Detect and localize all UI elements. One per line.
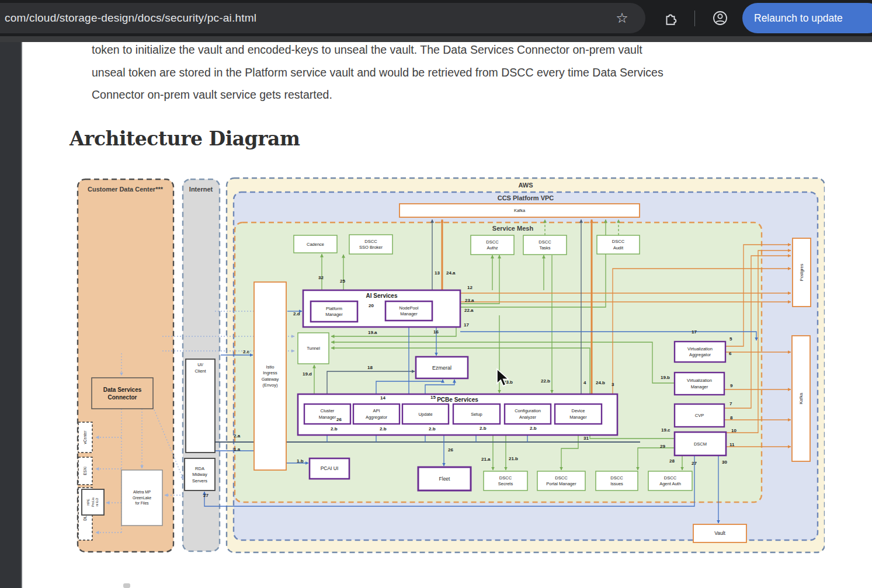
- edge-label: 4: [583, 380, 586, 385]
- container-label-aws: AWS: [518, 182, 533, 189]
- edge-label: 26: [336, 417, 342, 422]
- edge-label: 10: [731, 428, 736, 433]
- edge-label: 7: [729, 401, 732, 406]
- node-label-kafka-top: Kafka: [514, 208, 526, 213]
- node-label-platform-manager: PlatformManager: [325, 306, 343, 318]
- edge-label: 18: [367, 365, 373, 370]
- edge-label: 14: [380, 395, 385, 401]
- edge-label: 21.a: [481, 457, 491, 462]
- edge-label: 1.b: [297, 458, 304, 464]
- mouse-cursor: [495, 368, 513, 388]
- node-label-dscm: DSCM: [694, 441, 707, 447]
- edge-label: 28: [669, 458, 675, 464]
- page-title: Architecture Diagram: [70, 127, 300, 150]
- edge-label: 2.b: [331, 426, 338, 432]
- edge-label: 8: [730, 415, 733, 420]
- edge-label: 13: [435, 270, 440, 276]
- edge-label: 2.d: [293, 311, 300, 316]
- node-label-cadence: Cadence: [307, 242, 324, 247]
- browser-window: com/cloud/storage-design/docs/security/p…: [0, 0, 872, 588]
- node-label-fleet: Fleet: [439, 476, 451, 482]
- edge-label: 30: [722, 460, 727, 465]
- edge-label: 27: [203, 493, 209, 498]
- edge-label: 19.a: [368, 330, 377, 335]
- edge-label: 32: [318, 275, 324, 280]
- edge-label: 19.b: [661, 375, 670, 380]
- edge-label: 27: [692, 461, 697, 466]
- node-label-setup: Setup: [471, 412, 482, 417]
- paragraph-line-1: token to initialize the vault and encode…: [92, 39, 842, 61]
- node-label-vault: Vault: [714, 530, 725, 536]
- node-title-pcbe-services: PCBe Services: [437, 396, 478, 403]
- node-label-virtualization-aggregator: VirtualizationAggregator: [687, 346, 713, 358]
- edge-label: 29: [660, 444, 665, 449]
- node-label-ezmeral: Ezmeral: [432, 365, 451, 371]
- edge-label: 15: [430, 395, 436, 400]
- next-section-fragment: [123, 583, 130, 588]
- edge-label: 22.a: [464, 308, 474, 313]
- edge-label: 2.b: [429, 426, 436, 432]
- paragraph-line-3: Connector on-prem vault service gets res…: [92, 83, 842, 106]
- edge-label: 17: [692, 329, 697, 335]
- node-label-dscc-authz: DSCCAuthz: [486, 239, 499, 251]
- container-label-ccs-platform-vpc: CCS Platform VPC: [498, 194, 554, 201]
- body-paragraph: token to initialize the vault and encode…: [92, 39, 842, 106]
- edge-label: 24.b: [596, 380, 605, 385]
- edge-label: 20: [369, 303, 374, 308]
- node-label-device-manager: DeviceManager: [569, 408, 587, 420]
- window-left-edge: [0, 42, 22, 588]
- node-label-pcai-ui: PCAI UI: [321, 465, 339, 471]
- node-label-update: Update: [418, 412, 432, 417]
- profile-icon[interactable]: [706, 0, 734, 36]
- node-label-dscc-audit: DSCCAudit: [612, 239, 625, 250]
- edge-label: 2.b: [530, 426, 537, 431]
- edge-label: 2.a: [234, 433, 241, 439]
- edge-label: 5: [729, 336, 732, 342]
- url-text: com/cloud/storage-design/docs/security/p…: [5, 12, 256, 25]
- browser-toolbar: com/cloud/storage-design/docs/security/p…: [0, 0, 872, 36]
- node-label-postgres: Postgres: [799, 263, 804, 281]
- node-label-cvp: CVP: [695, 413, 704, 418]
- toolbar-separator: [694, 11, 695, 26]
- edge-label: 19.c: [661, 427, 670, 433]
- edge-label: 24.a: [446, 270, 456, 276]
- edge-label: 22.b: [541, 378, 550, 384]
- node-label-esxi: ESXi: [83, 467, 87, 475]
- node-label-vcenter: vCenter: [83, 430, 87, 444]
- node-label-dscc-tasks: DSCCTasks: [539, 239, 551, 251]
- paragraph-line-2: unseal token are stored in the Platform …: [92, 61, 842, 84]
- edge-label: 17: [464, 322, 469, 328]
- node-label-dscc-issues: DSCCIssues: [610, 475, 623, 487]
- node-label-dscc-secrets: DSCCSecrets: [498, 475, 513, 487]
- edge-label: 19.d: [303, 371, 312, 377]
- node-label-tunnel: Tunnel: [307, 346, 320, 351]
- relaunch-to-update-button[interactable]: Relaunch to update: [742, 3, 872, 33]
- edge-label: 2.b: [380, 426, 387, 432]
- edge-label: 9: [730, 383, 733, 388]
- extensions-icon[interactable]: [656, 0, 685, 36]
- edge-label: 2.b: [480, 426, 487, 431]
- node-data-services-connector: [92, 378, 153, 409]
- edge-label: 6: [729, 351, 732, 356]
- container-label-service-mesh: Service Mesh: [492, 225, 534, 232]
- node-label-cluster-manager: ClusterManager: [319, 408, 336, 420]
- edge-label: 16: [433, 329, 439, 335]
- edge-label: 23.a: [465, 298, 474, 303]
- edge-label: 3: [612, 382, 614, 387]
- node-label-kafka-right: Kafka: [798, 392, 804, 404]
- container-label-customer-dc: Customer Data Center***: [88, 186, 164, 193]
- container-label-internet: Internet: [189, 186, 213, 193]
- edge-label: 31: [583, 436, 589, 441]
- edge-label: 12: [467, 285, 473, 290]
- star-icon[interactable]: ☆: [607, 0, 637, 36]
- edge-label: 26: [448, 447, 453, 453]
- edge-label: 25: [340, 279, 345, 284]
- node-label-nodepool-manager: NodePoolManager: [399, 305, 419, 317]
- edge-label: 2.c: [243, 349, 250, 354]
- edge-label: 21.b: [509, 456, 518, 461]
- node-title-ai-services: AI Services: [366, 293, 398, 299]
- architecture-diagram: Customer Data Center***InternetAWSCCS Pl…: [69, 172, 825, 558]
- address-bar[interactable]: com/cloud/storage-design/docs/security/p…: [0, 3, 645, 33]
- edge-label: 11: [729, 442, 735, 447]
- edge-label: 1.a: [234, 447, 241, 452]
